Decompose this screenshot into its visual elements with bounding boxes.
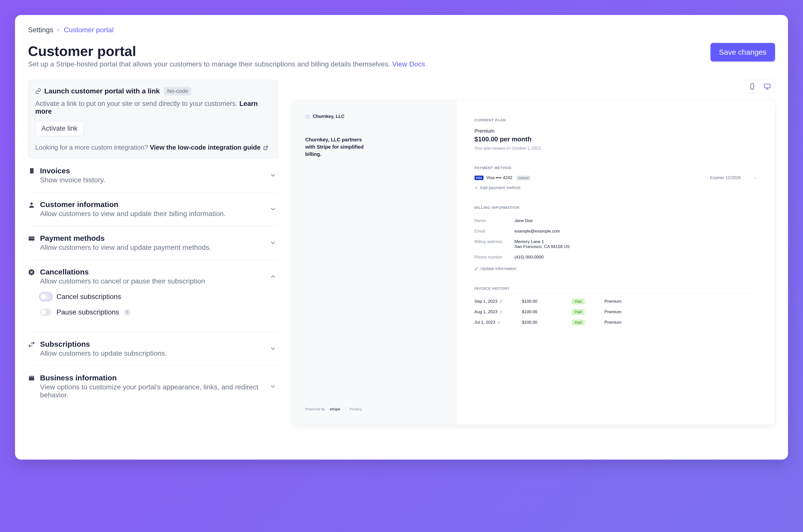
pause-subscriptions-toggle[interactable] xyxy=(40,309,52,316)
bi-name-value: Jane Doe xyxy=(514,218,533,223)
external-link-icon xyxy=(499,310,503,314)
bi-address-key: Billing address xyxy=(475,239,514,249)
arrows-icon xyxy=(28,341,35,348)
privacy-link[interactable]: Privacy xyxy=(349,407,362,411)
desktop-view-button[interactable] xyxy=(760,80,775,93)
section-title: Payment methods xyxy=(40,234,264,243)
page-subtitle: Set up a Stripe-hosted portal that allow… xyxy=(28,60,425,68)
launch-title: Launch customer portal with a link xyxy=(44,87,160,95)
activate-link-button[interactable]: Activate link xyxy=(35,121,84,136)
billing-info-label: BILLING INFORMATION xyxy=(475,205,757,210)
section-payment-methods-header[interactable]: Payment methods Allow customers to view … xyxy=(28,234,276,251)
remove-card-icon[interactable] xyxy=(754,176,757,179)
section-cancellations-header[interactable]: Cancellations Allow customers to cancel … xyxy=(28,268,276,285)
bi-name-key: Name xyxy=(475,218,514,223)
preview-main: CURRENT PLAN Premium $100.00 per month Y… xyxy=(457,100,775,424)
chevron-down-icon xyxy=(270,206,276,212)
info-icon[interactable]: i xyxy=(124,309,130,315)
section-customer-info: Customer information Allow customers to … xyxy=(28,192,278,226)
visa-brand-icon: VISA xyxy=(475,176,483,180)
payment-method-label: PAYMENT METHOD xyxy=(475,166,757,170)
section-desc: View options to customize your portal's … xyxy=(40,383,264,399)
powered-by-label: Powered by xyxy=(305,407,325,411)
section-subscriptions-header[interactable]: Subscriptions Allow customers to update … xyxy=(28,340,276,357)
section-business-info: Business information View options to cus… xyxy=(28,366,278,407)
cancel-subscriptions-label: Cancel subscriptions xyxy=(56,293,121,301)
section-subscriptions: Subscriptions Allow customers to update … xyxy=(28,332,278,366)
receipt-icon xyxy=(28,168,35,175)
invoice-product: Premium xyxy=(604,299,757,304)
section-payment-methods: Payment methods Allow customers to view … xyxy=(28,226,278,260)
chevron-up-icon xyxy=(270,273,276,280)
app-window: Settings Customer portal Customer portal… xyxy=(15,15,788,460)
section-title: Subscriptions xyxy=(40,340,264,348)
svg-rect-9 xyxy=(764,84,770,88)
view-docs-link[interactable]: View Docs xyxy=(392,60,425,68)
external-link-icon xyxy=(499,300,503,303)
invoice-product: Premium xyxy=(604,320,757,325)
chevron-right-icon xyxy=(56,28,61,32)
breadcrumb-root[interactable]: Settings xyxy=(28,26,53,34)
add-payment-method-button[interactable]: Add payment method xyxy=(475,185,757,190)
current-plan-label: CURRENT PLAN xyxy=(475,118,757,122)
svg-line-0 xyxy=(266,146,268,148)
section-title: Cancellations xyxy=(40,268,264,276)
mobile-view-button[interactable] xyxy=(745,80,760,93)
pencil-icon xyxy=(475,267,478,270)
section-title: Customer information xyxy=(40,200,264,209)
business-message: Churnkey, LLC partners with Stripe for s… xyxy=(305,136,370,158)
invoice-amount: $100.00 xyxy=(522,320,572,325)
chevron-down-icon xyxy=(270,345,276,352)
invoice-row[interactable]: Sep 1, 2023 $100.00PaidPremium xyxy=(475,299,757,304)
invoice-amount: $100.00 xyxy=(522,309,572,315)
plan-name: Premium xyxy=(475,128,757,134)
preview-sidebar: Churnkey, LLC Churnkey, LLC partners wit… xyxy=(293,100,457,424)
invoice-amount: $100.00 xyxy=(522,299,572,304)
card-expiry: Expires 12/2026 xyxy=(710,175,741,180)
chevron-down-icon xyxy=(270,239,276,246)
bi-email-key: Email xyxy=(475,229,514,234)
lowcode-guide-link[interactable]: View the low-code integration guide xyxy=(150,144,268,151)
section-desc: Allow customers to update subscriptions. xyxy=(40,349,264,357)
plan-renewal-note: Your plan renews on October 1, 2023. xyxy=(475,146,757,151)
business-name: Churnkey, LLC xyxy=(313,114,345,119)
section-title: Business information xyxy=(40,374,264,382)
section-cancellations: Cancellations Allow customers to cancel … xyxy=(28,260,278,332)
card-last4: Visa •••• 4242 xyxy=(487,175,512,180)
cancel-subscriptions-toggle[interactable] xyxy=(40,293,52,300)
footer-divider xyxy=(345,407,345,411)
invoice-status-badge: Paid xyxy=(572,320,584,325)
bi-address-value: Memory Lane 1San Francisco, CA 94158 US xyxy=(514,239,570,249)
invoice-row[interactable]: Aug 1, 2023 $100.00PaidPremium xyxy=(475,309,757,315)
section-desc: Allow customers to cancel or pause their… xyxy=(40,277,264,285)
section-invoices: Invoices Show invoice history. xyxy=(28,158,278,192)
launch-portal-card: Launch customer portal with a link No-co… xyxy=(28,80,278,158)
invoice-row[interactable]: Jul 1, 2023 $100.00PaidPremium xyxy=(475,320,757,325)
default-badge: Default xyxy=(516,176,530,180)
svg-rect-6 xyxy=(29,376,34,377)
business-logo-icon xyxy=(305,114,310,119)
section-desc: Allow customers to view and update their… xyxy=(40,210,264,218)
bi-phone-value: (415) 000-0000 xyxy=(514,255,544,260)
section-customer-info-header[interactable]: Customer information Allow customers to … xyxy=(28,200,276,218)
no-code-badge: No-code xyxy=(164,87,191,95)
plus-icon xyxy=(475,186,478,190)
section-invoices-header[interactable]: Invoices Show invoice history. xyxy=(28,167,276,184)
svg-rect-3 xyxy=(29,238,34,239)
svg-line-17 xyxy=(501,311,502,312)
invoice-date: Jul 1, 2023 xyxy=(475,320,522,325)
section-desc: Show invoice history. xyxy=(40,176,264,184)
breadcrumb-current[interactable]: Customer portal xyxy=(64,26,113,34)
page-title: Customer portal xyxy=(28,43,425,59)
svg-point-1 xyxy=(30,203,33,205)
section-business-info-header[interactable]: Business information View options to cus… xyxy=(28,374,276,399)
cancel-icon xyxy=(28,269,35,276)
chevron-down-icon xyxy=(270,383,276,390)
launch-subtitle: Activate a link to put on your site or s… xyxy=(35,100,271,115)
save-changes-button[interactable]: Save changes xyxy=(711,43,775,61)
browser-icon xyxy=(28,375,35,382)
bi-email-value: example@example.com xyxy=(514,229,560,234)
update-information-button[interactable]: Update information xyxy=(475,266,757,271)
invoice-date: Aug 1, 2023 xyxy=(475,309,522,315)
external-link-icon xyxy=(263,145,268,150)
